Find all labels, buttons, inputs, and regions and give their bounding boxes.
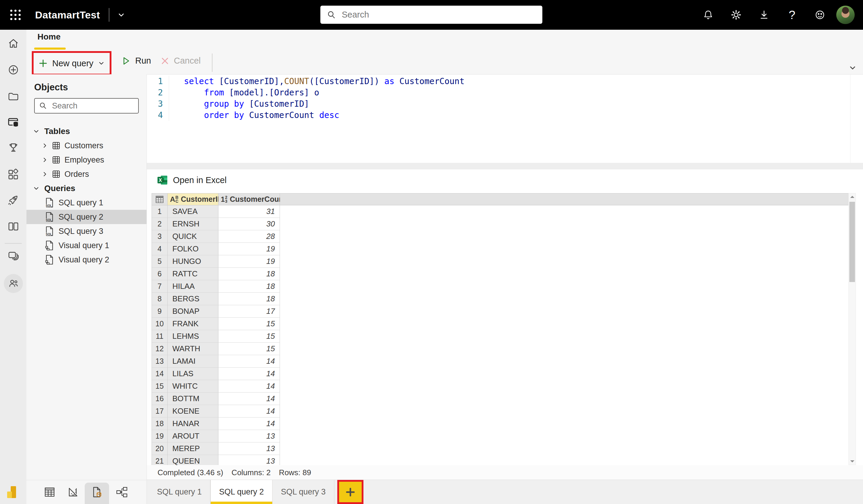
customerid-cell[interactable]: QUICK: [167, 230, 218, 243]
row-number-cell[interactable]: 17: [152, 405, 167, 417]
notifications-bell-icon[interactable]: [694, 0, 722, 30]
customerid-cell[interactable]: MEREP: [167, 442, 218, 455]
waffle-menu-icon[interactable]: [7, 6, 24, 24]
editor-scrollbar-track[interactable]: [850, 75, 851, 163]
code-text[interactable]: from [model].[Orders] o: [169, 87, 319, 98]
run-button[interactable]: Run: [122, 56, 151, 66]
row-number-cell[interactable]: 3: [152, 230, 167, 243]
tab-home[interactable]: Home: [37, 32, 61, 42]
download-icon[interactable]: [750, 0, 778, 30]
row-number-cell[interactable]: 15: [152, 380, 167, 393]
table-row[interactable]: 19AROUT13: [152, 430, 848, 442]
results-scrollbar[interactable]: [848, 193, 856, 465]
table-row[interactable]: 11LEHMS15: [152, 330, 848, 343]
table-item-employees[interactable]: Employees: [26, 153, 147, 167]
table-row[interactable]: 21QUEEN13: [152, 455, 848, 465]
deployment-rocket-icon[interactable]: [0, 190, 26, 211]
customerid-cell[interactable]: BERGS: [167, 293, 218, 305]
cancel-button-disabled[interactable]: Cancel: [161, 56, 201, 66]
tab-sql-query-1[interactable]: SQL query 1: [149, 480, 210, 504]
customercount-cell[interactable]: 13: [218, 455, 280, 465]
customercount-cell[interactable]: 14: [218, 393, 280, 405]
table-row[interactable]: 8BERGS18: [152, 293, 848, 305]
home-icon[interactable]: [0, 33, 26, 54]
sql-view-icon-active[interactable]: [85, 480, 109, 504]
row-number-cell[interactable]: 20: [152, 442, 167, 455]
customercount-cell[interactable]: 15: [218, 343, 280, 355]
customercount-cell[interactable]: 14: [218, 355, 280, 368]
customerid-cell[interactable]: SAVEA: [167, 205, 218, 218]
design-view-icon[interactable]: [62, 480, 85, 504]
customercount-cell[interactable]: 28: [218, 230, 280, 243]
row-number-cell[interactable]: 10: [152, 318, 167, 330]
objects-search-input[interactable]: [51, 101, 133, 111]
customerid-cell[interactable]: FRANK: [167, 318, 218, 330]
datamart-active-icon[interactable]: [0, 112, 26, 134]
code-line[interactable]: 2 from [model].[Orders] o: [147, 87, 845, 98]
row-number-cell[interactable]: 1: [152, 205, 167, 218]
table-row[interactable]: 4FOLKO19: [152, 243, 848, 255]
table-row[interactable]: 15WHITC14: [152, 380, 848, 393]
row-number-cell[interactable]: 21: [152, 455, 167, 465]
customerid-cell[interactable]: RATTC: [167, 268, 218, 280]
global-search-input[interactable]: [341, 10, 527, 20]
chevron-right-icon[interactable]: [42, 143, 48, 149]
table-row[interactable]: 20MEREP13: [152, 442, 848, 455]
customerid-cell[interactable]: AROUT: [167, 430, 218, 442]
table-row[interactable]: 7HILAA18: [152, 280, 848, 293]
code-text[interactable]: order by CustomerCount desc: [169, 110, 339, 121]
row-number-cell[interactable]: 16: [152, 393, 167, 405]
table-row[interactable]: 1SAVEA31: [152, 205, 848, 218]
customercount-cell[interactable]: 19: [218, 255, 280, 268]
customerid-cell[interactable]: BONAP: [167, 305, 218, 318]
customerid-cell[interactable]: LILAS: [167, 368, 218, 380]
scroll-up-arrow[interactable]: [850, 195, 855, 198]
table-row[interactable]: 10FRANK15: [152, 318, 848, 330]
row-number-cell[interactable]: 5: [152, 255, 167, 268]
customercount-cell[interactable]: 15: [218, 318, 280, 330]
table-item-orders[interactable]: Orders: [26, 167, 147, 181]
table-row[interactable]: 12WARTH15: [152, 343, 848, 355]
table-row[interactable]: 2ERNSH30: [152, 218, 848, 230]
sql-editor[interactable]: 1select [CustomerID],COUNT([CustomerID])…: [147, 74, 863, 163]
tab-sql-query-3[interactable]: SQL query 3: [273, 480, 334, 504]
row-number-cell[interactable]: 11: [152, 330, 167, 343]
sql-code[interactable]: 1select [CustomerID],COUNT([CustomerID])…: [147, 76, 845, 121]
data-view-icon[interactable]: [38, 480, 61, 504]
table-row[interactable]: 18HANAR14: [152, 417, 848, 430]
table-row[interactable]: 5HUNGO19: [152, 255, 848, 268]
table-item-customers[interactable]: Customers: [26, 138, 147, 153]
query-item-visual-1[interactable]: Visual query 1: [26, 238, 147, 253]
customerid-cell[interactable]: WARTH: [167, 343, 218, 355]
editor-results-splitter[interactable]: [147, 163, 863, 169]
table-row[interactable]: 16BOTTM14: [152, 393, 848, 405]
goals-trophy-icon[interactable]: [0, 137, 26, 159]
code-text[interactable]: group by [CustomerID]: [169, 98, 309, 110]
query-item-visual-2[interactable]: Visual query 2: [26, 253, 147, 267]
customerid-cell[interactable]: HUNGO: [167, 255, 218, 268]
tab-sql-query-2-active[interactable]: SQL query 2: [210, 480, 273, 504]
customerid-cell[interactable]: ERNSH: [167, 218, 218, 230]
tables-section-header[interactable]: Tables: [26, 124, 147, 138]
learn-book-icon[interactable]: [0, 216, 26, 237]
ribbon-collapse-chevron-icon[interactable]: [848, 64, 857, 73]
table-row[interactable]: 13LAMAI14: [152, 355, 848, 368]
apps-icon[interactable]: [0, 164, 26, 186]
customercount-cell[interactable]: 19: [218, 243, 280, 255]
query-item-sql-3[interactable]: SQL SQL query 3: [26, 224, 147, 238]
table-row[interactable]: 17KOENE14: [152, 405, 848, 417]
row-number-cell[interactable]: 6: [152, 268, 167, 280]
model-view-icon[interactable]: [110, 480, 134, 504]
customercount-cell[interactable]: 14: [218, 368, 280, 380]
table-row[interactable]: 9BONAP17: [152, 305, 848, 318]
code-line[interactable]: 3 group by [CustomerID]: [147, 98, 845, 110]
table-row[interactable]: 3QUICK28: [152, 230, 848, 243]
customercount-cell[interactable]: 13: [218, 430, 280, 442]
customercount-cell[interactable]: 31: [218, 205, 280, 218]
customerid-cell[interactable]: WHITC: [167, 380, 218, 393]
customercount-cell[interactable]: 15: [218, 330, 280, 343]
teams-people-icon[interactable]: [0, 273, 26, 294]
queries-section-header[interactable]: Queries: [26, 181, 147, 196]
customercount-cell[interactable]: 18: [218, 293, 280, 305]
row-number-cell[interactable]: 13: [152, 355, 167, 368]
